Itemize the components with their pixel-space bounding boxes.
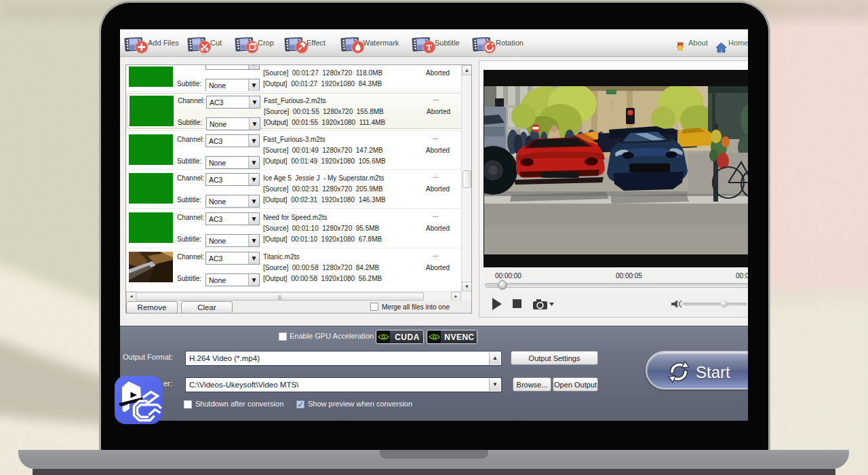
svg-text:T: T bbox=[427, 43, 433, 52]
